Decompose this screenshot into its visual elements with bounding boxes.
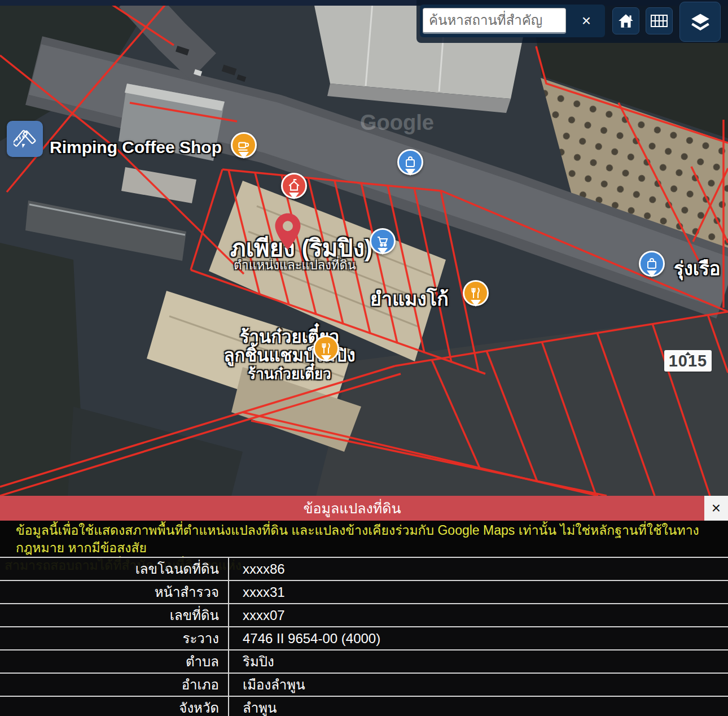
shopping-marker-1[interactable] <box>397 149 423 175</box>
basemap-grid-icon <box>650 14 668 28</box>
panel-title-bar: ข้อมูลแปลงที่ดิน <box>0 496 704 521</box>
row-label: หน้าสำรวจ <box>0 581 228 603</box>
close-icon: × <box>712 499 721 517</box>
shopping-bag-icon <box>645 257 659 270</box>
row-value: xxxx07 <box>229 608 285 623</box>
row-label: ระวาง <box>0 627 228 649</box>
home-icon <box>617 12 634 29</box>
shopping-bag-icon <box>404 155 417 169</box>
row-label: เลขโฉนดที่ดิน <box>0 558 228 580</box>
restaurant-marker-2[interactable] <box>313 335 339 361</box>
disclaimer: ข้อมูลนี้เพื่อใช้แสดงสภาพพื้นที่ตำแหน่งแ… <box>0 521 728 557</box>
noodle-label-line2: ลูกชิ้นแชมป์ริมปิง <box>157 346 422 365</box>
row-value: xxxx86 <box>229 561 285 577</box>
fork-knife-icon <box>319 342 333 355</box>
panel-title: ข้อมูลแปลงที่ดิน <box>303 497 401 519</box>
ruler-pencil-measure-icon <box>14 128 36 150</box>
road-number-badge: 1015 <box>664 350 712 372</box>
table-row: ระวาง 4746 II 9654-00 (4000) <box>0 626 728 649</box>
house-icon <box>287 178 301 193</box>
parcel-info-panel: ข้อมูลแปลงที่ดิน × ข้อมูลนี้เพื่อใช้แสดง… <box>0 496 728 716</box>
table-row: เลขโฉนดที่ดิน xxxx86 <box>0 557 728 580</box>
lodging-marker[interactable] <box>281 173 307 199</box>
map-label-mango-restaurant: ยำแมงโก้ <box>370 283 449 314</box>
layers-icon <box>690 12 711 32</box>
road-badge-crown <box>685 349 691 355</box>
coffee-cup-icon <box>236 138 251 152</box>
table-row: จังหวัด ลำพูน <box>0 696 728 716</box>
shopping-cart-icon <box>376 234 389 248</box>
table-row: ตำบล ริมปิง <box>0 649 728 673</box>
row-label: จังหวัด <box>0 697 228 716</box>
coffee-marker[interactable] <box>231 132 257 158</box>
row-value: 4746 II 9654-00 (4000) <box>229 631 380 647</box>
map-canvas[interactable]: Google Rimping Coffee Shop ภเพียง (ริมปิ… <box>0 0 728 496</box>
basemap-grid-button[interactable] <box>646 7 673 34</box>
row-value: เมืองลำพูน <box>229 674 305 696</box>
table-row: หน้าสำรวจ xxxx31 <box>0 580 728 603</box>
search-input[interactable] <box>423 8 566 34</box>
table-row: เลขที่ดิน xxxx07 <box>0 603 728 626</box>
map-label-noodle-shop: ร้านก๋วยเตี๋ยว ลูกชิ้นแชมป์ริมปิง ร้านก๋… <box>157 328 422 383</box>
parcel-info-table: เลขโฉนดที่ดิน xxxx86 หน้าสำรวจ xxxx31 เล… <box>0 557 728 716</box>
table-row: อำเภอ เมืองลำพูน <box>0 673 728 696</box>
row-value: ลำพูน <box>229 697 277 716</box>
close-icon: × <box>582 12 591 29</box>
google-watermark: Google <box>360 111 434 135</box>
layers-button[interactable] <box>679 2 721 42</box>
search-bar: × <box>420 5 605 37</box>
noodle-label-line1: ร้านก๋วยเตี๋ยว <box>157 328 422 346</box>
row-label: เลขที่ดิน <box>0 604 228 626</box>
noodle-label-line3: ร้านก๋วยเตี๋ยว <box>157 365 422 383</box>
store-marker[interactable] <box>370 228 396 254</box>
search-clear-button[interactable]: × <box>574 8 599 34</box>
map-label-shop-right: รุ่งเรือ <box>674 254 721 283</box>
row-value: xxxx31 <box>229 584 285 600</box>
row-value: ริมปิง <box>229 650 274 673</box>
map-label-place-subtitle: ตำแหน่งและแปลงที่ดิน <box>234 255 356 275</box>
panel-close-button[interactable]: × <box>704 496 728 521</box>
restaurant-marker-1[interactable] <box>463 280 489 306</box>
fork-knife-icon <box>469 286 483 300</box>
landsmaps-app: Google Rimping Coffee Shop ภเพียง (ริมปิ… <box>0 0 728 716</box>
panel-header: ข้อมูลแปลงที่ดิน × <box>0 496 728 521</box>
measure-tool-button[interactable] <box>7 121 43 157</box>
shopping-marker-2[interactable] <box>639 251 665 277</box>
home-button[interactable] <box>612 7 639 34</box>
row-label: อำเภอ <box>0 674 228 696</box>
parcel-pin[interactable] <box>274 212 301 253</box>
map-label-coffee-shop: Rimping Coffee Shop <box>50 138 222 157</box>
row-label: ตำบล <box>0 650 228 673</box>
map-pin-icon <box>274 212 301 251</box>
disclaimer-line1: ข้อมูลนี้เพื่อใช้แสดงสภาพพื้นที่ตำแหน่งแ… <box>0 522 728 557</box>
